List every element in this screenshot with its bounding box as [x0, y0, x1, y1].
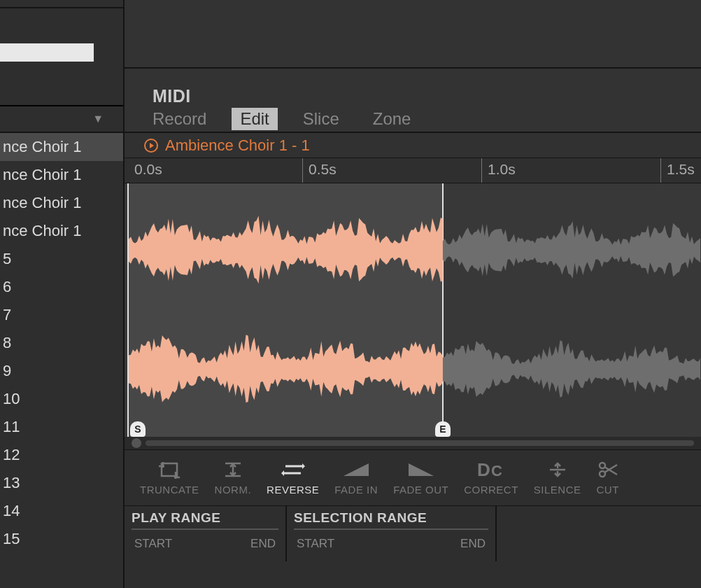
tab-slice[interactable]: Slice — [295, 108, 348, 130]
main-tabbar: MIDI — [125, 69, 701, 106]
waveform-left-inactive — [125, 202, 701, 300]
ruler-tick: 1.5s — [660, 158, 695, 183]
fadein-icon — [342, 460, 370, 479]
start-marker[interactable]: S — [130, 421, 146, 437]
sample-slot[interactable]: nce Choir 1 — [0, 133, 123, 161]
waveform-display[interactable]: S E — [125, 183, 701, 437]
truncate-button[interactable]: TRUNCATE — [140, 460, 199, 496]
silence-icon — [547, 460, 568, 479]
sample-slot[interactable]: nce Choir 1 — [0, 217, 123, 245]
fadeout-button[interactable]: FADE OUT — [393, 460, 448, 496]
scissors-icon — [597, 460, 618, 479]
main-top-area — [125, 0, 701, 69]
sample-name: Ambience Choir 1 - 1 — [165, 136, 310, 155]
svg-text:C: C — [491, 462, 502, 479]
cut-button[interactable]: CUT — [597, 460, 619, 496]
sel-start-label: START — [297, 537, 334, 551]
edit-mode-tabs: Record Edit Slice Zone — [125, 106, 701, 133]
play-end-label: END — [250, 537, 276, 551]
sample-slot[interactable]: 8 — [0, 329, 123, 357]
ruler-tick: 1.0s — [481, 158, 516, 183]
normalize-button[interactable]: NORM. — [215, 460, 252, 496]
play-range-panel: PLAY RANGE START END — [125, 506, 287, 561]
selection-range-panel: SELECTION RANGE START END — [287, 506, 497, 561]
sample-slot[interactable]: nce Choir 1 — [0, 189, 123, 217]
ruler-tick: 0.0s — [129, 158, 162, 183]
chevron-down-icon: ▼ — [92, 113, 104, 125]
reverse-button[interactable]: REVERSE — [267, 460, 319, 496]
time-ruler[interactable]: 0.0s 0.5s 1.0s 1.5s — [125, 158, 701, 183]
sample-slot[interactable]: 14 — [0, 497, 123, 525]
tab-record[interactable]: Record — [144, 108, 215, 130]
end-marker[interactable]: E — [435, 421, 451, 437]
sample-slot[interactable]: 11 — [0, 413, 123, 441]
scroll-knob[interactable] — [132, 438, 141, 448]
play-start-label: START — [134, 537, 172, 551]
sidebar: ▼ nce Choir 1 nce Choir 1 nce Choir 1 nc… — [0, 0, 123, 588]
silence-button[interactable]: SILENCE — [534, 460, 581, 496]
normalize-icon — [222, 460, 243, 479]
reverse-icon — [281, 460, 305, 479]
sidebar-dropdown[interactable]: ▼ — [0, 106, 123, 133]
play-icon[interactable] — [144, 139, 158, 153]
edit-toolbar: TRUNCATE NORM. REVERSE FADE IN — [125, 449, 701, 505]
sel-end-label: END — [460, 537, 486, 551]
sample-slot-list: nce Choir 1 nce Choir 1 nce Choir 1 nce … — [0, 133, 123, 588]
sample-slot[interactable]: 9 — [0, 357, 123, 385]
main-panel: MIDI Record Edit Slice Zone Ambience Cho… — [123, 0, 701, 588]
horizontal-scrollbar[interactable] — [125, 437, 701, 449]
sample-slot[interactable]: 12 — [0, 441, 123, 469]
sample-slot[interactable]: 6 — [0, 273, 123, 301]
sample-slot[interactable]: 5 — [0, 245, 123, 273]
tab-zone[interactable]: Zone — [364, 108, 420, 130]
ruler-tick: 0.5s — [302, 158, 337, 183]
sidebar-highlight[interactable] — [0, 43, 94, 62]
fadeout-icon — [407, 460, 435, 479]
tab-edit[interactable]: Edit — [232, 108, 277, 130]
play-range-title: PLAY RANGE — [132, 510, 278, 530]
fadein-button[interactable]: FADE IN — [334, 460, 378, 496]
waveform-right-inactive — [125, 321, 701, 419]
sidebar-top — [0, 0, 123, 106]
tab-midi[interactable]: MIDI — [153, 86, 191, 106]
range-row: PLAY RANGE START END SELECTION RANGE STA… — [125, 505, 701, 561]
correct-button[interactable]: DC CORRECT — [464, 460, 518, 496]
selection-range-title: SELECTION RANGE — [294, 510, 488, 530]
sample-slot[interactable]: nce Choir 1 — [0, 161, 123, 189]
sample-slot[interactable]: 7 — [0, 301, 123, 329]
sample-slot[interactable]: 15 — [0, 525, 123, 553]
svg-text:D: D — [477, 461, 490, 479]
svg-rect-1 — [162, 463, 177, 476]
scroll-track[interactable] — [146, 440, 694, 446]
dc-correct-icon: DC — [477, 460, 505, 479]
sample-slot[interactable]: 13 — [0, 469, 123, 497]
truncate-icon — [157, 460, 181, 479]
sample-slot[interactable]: 10 — [0, 385, 123, 413]
sample-title-bar: Ambience Choir 1 - 1 — [125, 133, 701, 158]
